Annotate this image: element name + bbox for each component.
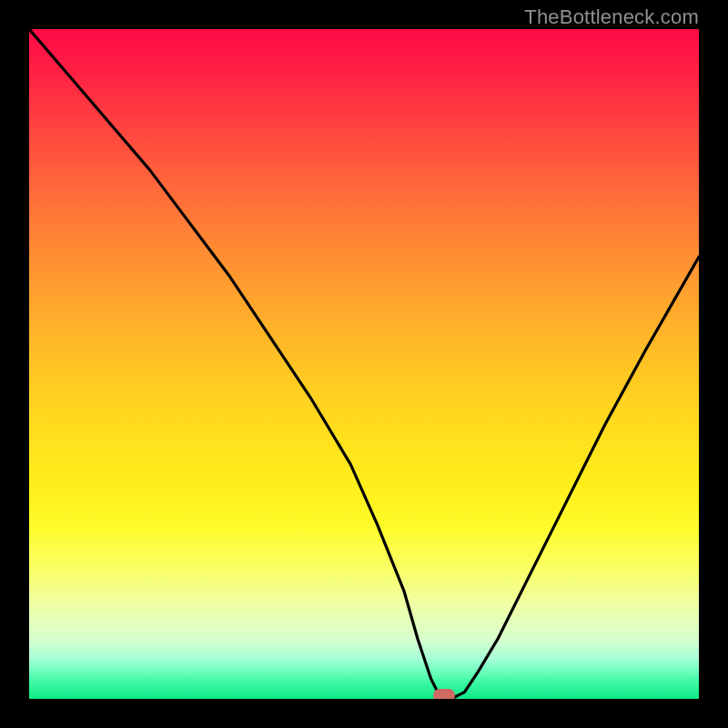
chart-frame: TheBottleneck.com — [0, 0, 728, 728]
optimal-point-marker — [433, 689, 455, 699]
plot-area — [29, 29, 699, 699]
bottleneck-curve — [29, 29, 699, 699]
watermark-label: TheBottleneck.com — [524, 5, 699, 29]
